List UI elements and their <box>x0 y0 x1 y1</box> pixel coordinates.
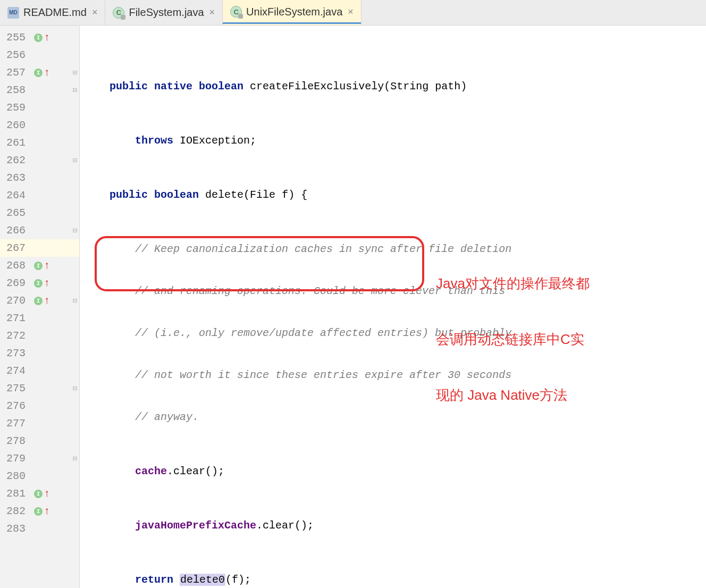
override-up-arrow-icon[interactable]: ↑ <box>44 277 50 289</box>
implements-marker-icon[interactable] <box>34 33 43 42</box>
code-line[interactable]: cache.clear(); <box>80 463 706 480</box>
field-javahomeprefixcache: javaHomePrefixCache <box>135 519 256 532</box>
line-number: 270 <box>6 295 32 307</box>
implements-marker-icon[interactable] <box>34 490 43 498</box>
line-number: 260 <box>6 119 32 131</box>
override-up-arrow-icon[interactable]: ↑ <box>44 31 50 44</box>
gutter-line[interactable]: 263 <box>0 169 79 187</box>
code-area[interactable]: public native boolean createFileExclusiv… <box>80 26 706 588</box>
type-string: String <box>390 80 428 93</box>
gutter-line[interactable]: 283 <box>0 520 79 537</box>
gutter-line[interactable]: 266⊟ <box>0 222 79 239</box>
type-file: File <box>250 189 275 201</box>
gutter-line[interactable]: 271 <box>0 309 79 327</box>
line-number: 268 <box>6 259 32 272</box>
gutter-line[interactable]: 274 <box>0 362 79 380</box>
fold-toggle-icon[interactable]: ⊟ <box>73 226 77 235</box>
code-line[interactable]: public native boolean createFileExclusiv… <box>80 78 706 95</box>
line-number: 274 <box>6 365 32 377</box>
gutter-line[interactable]: 279⊟ <box>0 450 79 467</box>
code-line[interactable]: // anyway. <box>80 408 706 426</box>
fold-toggle-icon[interactable]: ⊟ <box>73 384 77 393</box>
code-line[interactable]: public boolean delete(File f) { <box>80 186 706 204</box>
gutter-line[interactable]: 277 <box>0 415 79 432</box>
code-line[interactable]: javaHomePrefixCache.clear(); <box>80 517 706 534</box>
gutter-line[interactable]: 278 <box>0 432 79 450</box>
gutter-line[interactable]: 270↑⊟ <box>0 292 79 309</box>
line-number: 267 <box>6 242 32 254</box>
gutter-line[interactable]: 260 <box>0 116 79 134</box>
line-number: 269 <box>6 277 32 289</box>
line-number: 280 <box>6 470 32 482</box>
line-number: 258 <box>6 84 32 96</box>
code-line[interactable]: // (i.e., only remove/update affected en… <box>80 324 706 342</box>
close-icon[interactable]: × <box>348 6 354 18</box>
code-line[interactable]: // and renaming operations. Could be mor… <box>80 282 706 300</box>
code-line[interactable]: // not worth it since these entries expi… <box>80 366 706 384</box>
implements-marker-icon[interactable] <box>34 262 43 270</box>
gutter-line[interactable]: 265 <box>0 204 79 222</box>
close-icon[interactable]: × <box>92 7 98 18</box>
override-up-arrow-icon[interactable]: ↑ <box>44 66 50 79</box>
implements-marker-icon[interactable] <box>34 279 43 288</box>
gutter-line[interactable]: 261 <box>0 134 79 152</box>
gutter-line[interactable]: 259 <box>0 99 79 116</box>
gutter-line[interactable]: 268↑ <box>0 257 79 274</box>
tab-unixfilesystem[interactable]: UnixFileSystem.java × <box>223 0 362 25</box>
override-up-arrow-icon[interactable]: ↑ <box>44 488 50 500</box>
line-number: 281 <box>6 488 32 500</box>
override-up-arrow-icon[interactable]: ↑ <box>44 505 50 517</box>
gutter-line[interactable]: 257↑⊟ <box>0 64 79 81</box>
gutter-line[interactable]: 282↑ <box>0 502 79 520</box>
line-number: 262 <box>6 154 32 166</box>
implements-marker-icon[interactable] <box>34 69 43 77</box>
annotation-line: 会调用动态链接库中C实 <box>436 330 606 349</box>
annotation-text: Java对文件的操作最终都 会调用动态链接库中C实 现的 Java Native… <box>436 237 606 442</box>
tab-label: UnixFileSystem.java <box>246 6 342 18</box>
implements-marker-icon[interactable] <box>34 507 43 516</box>
gutter-line[interactable]: 256 <box>0 46 79 64</box>
override-up-arrow-icon[interactable]: ↑ <box>44 295 50 307</box>
fold-toggle-icon[interactable]: ⊟ <box>73 296 77 305</box>
code-line[interactable]: return delete0(f); <box>80 571 706 588</box>
line-number: 257 <box>6 66 32 79</box>
line-number: 259 <box>6 102 32 114</box>
line-number: 276 <box>6 400 32 412</box>
gutter-line[interactable]: 255↑ <box>0 29 79 46</box>
fold-toggle-icon[interactable]: ⊟ <box>73 454 77 463</box>
annotation-line: Java对文件的操作最终都 <box>436 274 606 293</box>
gutter-line[interactable]: 272 <box>0 327 79 345</box>
code-line[interactable]: // Keep canonicalization caches in sync … <box>80 240 706 258</box>
line-number-gutter[interactable]: 255↑256257↑⊟258⊟259260261262⊟26326426526… <box>0 26 80 588</box>
gutter-line[interactable]: 275⊟ <box>0 380 79 397</box>
field-cache: cache <box>135 465 167 477</box>
code-line[interactable]: throws IOException; <box>80 132 706 149</box>
fold-toggle-icon[interactable]: ⊟ <box>73 68 77 77</box>
gutter-line[interactable]: 281↑ <box>0 485 79 502</box>
implements-marker-icon[interactable] <box>34 297 43 305</box>
identifier-highlight: delete0 <box>180 574 225 586</box>
tab-readme[interactable]: README.md × <box>0 0 105 25</box>
keyword-public: public <box>110 80 148 93</box>
java-class-icon <box>113 7 124 19</box>
gutter-line[interactable]: 262⊟ <box>0 152 79 169</box>
gutter-line[interactable]: 280 <box>0 467 79 485</box>
gutter-line[interactable]: 267 <box>0 239 79 257</box>
gutter-line[interactable]: 264 <box>0 187 79 204</box>
line-number: 283 <box>6 523 32 535</box>
fold-toggle-icon[interactable]: ⊟ <box>73 156 77 165</box>
gutter-line[interactable]: 273 <box>0 345 79 362</box>
fold-toggle-icon[interactable]: ⊟ <box>73 86 77 95</box>
line-number: 271 <box>6 312 32 324</box>
tab-filesystem[interactable]: FileSystem.java × <box>105 0 223 25</box>
override-up-arrow-icon[interactable]: ↑ <box>44 259 50 272</box>
gutter-line[interactable]: 258⊟ <box>0 81 79 99</box>
line-number: 277 <box>6 417 32 430</box>
close-icon[interactable]: × <box>209 7 215 18</box>
gutter-line[interactable]: 276 <box>0 397 79 415</box>
gutter-line[interactable]: 269↑ <box>0 274 79 292</box>
tab-label: FileSystem.java <box>129 6 204 19</box>
line-number: 264 <box>6 189 32 201</box>
method-clear: clear <box>263 519 295 532</box>
editor-tab-bar: README.md × FileSystem.java × UnixFileSy… <box>0 0 706 26</box>
